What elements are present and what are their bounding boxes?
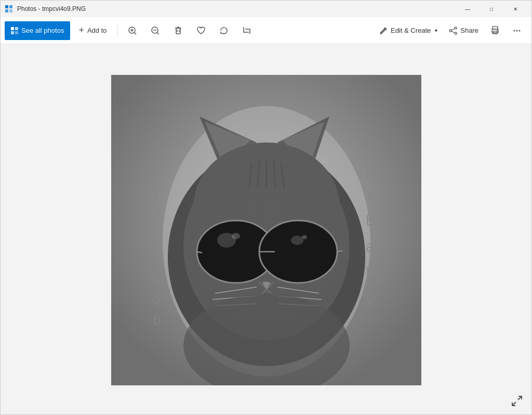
main-content: R C T F N 8 6 6 M y B a b y ♡ [1,44,531,415]
svg-rect-4 [11,27,14,30]
expand-button[interactable] [509,393,525,409]
crop-icon [242,26,251,35]
photos-icon [11,27,18,34]
title-bar: Photos - tmpcvi4o9.PNG — □ ✕ [1,1,531,17]
svg-point-31 [514,30,515,31]
window-title: Photos - tmpcvi4o9.PNG [17,5,86,12]
zoom-out-button[interactable] [145,21,166,40]
more-icon [512,26,522,35]
svg-rect-3 [9,9,12,12]
print-button[interactable] [485,21,506,40]
svg-line-81 [518,396,522,400]
svg-point-23 [455,32,457,34]
photo-container: R C T F N 8 6 6 M y B a b y ♡ [111,75,421,385]
svg-rect-15 [176,28,180,34]
edit-icon [379,27,388,35]
svg-rect-1 [9,5,12,8]
svg-rect-7 [15,31,18,34]
share-label: Share [460,27,478,34]
minimize-button[interactable]: — [456,1,480,17]
svg-line-80 [512,402,516,406]
toolbar-right: Edit & Create ▾ Share [374,21,527,40]
see-all-label: See all photos [21,27,64,34]
zoom-out-icon [151,26,160,35]
svg-rect-79 [111,75,421,385]
rotate-icon [219,26,229,35]
svg-line-26 [451,31,455,33]
title-bar-controls: — □ ✕ [456,1,527,17]
edit-create-label: Edit & Create [391,27,431,34]
close-button[interactable]: ✕ [503,1,527,17]
svg-line-11 [134,32,136,34]
svg-point-22 [455,27,457,29]
svg-point-30 [497,30,498,31]
favorite-button[interactable] [191,21,211,40]
title-bar-left: Photos - tmpcvi4o9.PNG [5,5,86,13]
maximize-button[interactable]: □ [480,1,503,17]
delete-button[interactable] [168,21,189,40]
svg-point-32 [516,30,518,31]
print-icon [490,26,500,35]
svg-line-25 [451,29,455,30]
svg-point-24 [449,30,451,32]
delete-icon [174,26,183,35]
toolbar-separator [117,24,118,37]
rotate-button[interactable] [214,21,234,40]
svg-rect-5 [15,27,18,30]
edit-create-chevron: ▾ [435,28,437,33]
share-icon [449,27,457,35]
svg-rect-6 [11,31,14,34]
toolbar: See all photos + Add to [1,17,531,44]
add-to-label: Add to [87,27,107,34]
cat-image-svg: R C T F N 8 6 6 M y B a b y ♡ [111,75,421,385]
zoom-in-button[interactable] [122,21,143,40]
photo-display: R C T F N 8 6 6 M y B a b y ♡ [111,75,421,385]
expand-icon [511,395,523,407]
svg-line-20 [380,29,385,34]
svg-line-14 [157,32,159,34]
svg-point-33 [519,30,521,31]
svg-rect-0 [5,5,8,8]
svg-rect-2 [5,9,8,12]
more-button[interactable] [507,21,527,40]
edit-create-button[interactable]: Edit & Create ▾ [374,21,443,40]
see-all-photos-button[interactable]: See all photos [5,21,70,40]
zoom-in-icon [128,26,137,35]
svg-rect-27 [493,27,498,29]
heart-icon [196,26,206,35]
add-to-button[interactable]: + Add to [72,21,113,40]
share-button[interactable]: Share [444,21,484,40]
crop-button[interactable] [236,21,257,40]
app-icon [5,5,13,13]
